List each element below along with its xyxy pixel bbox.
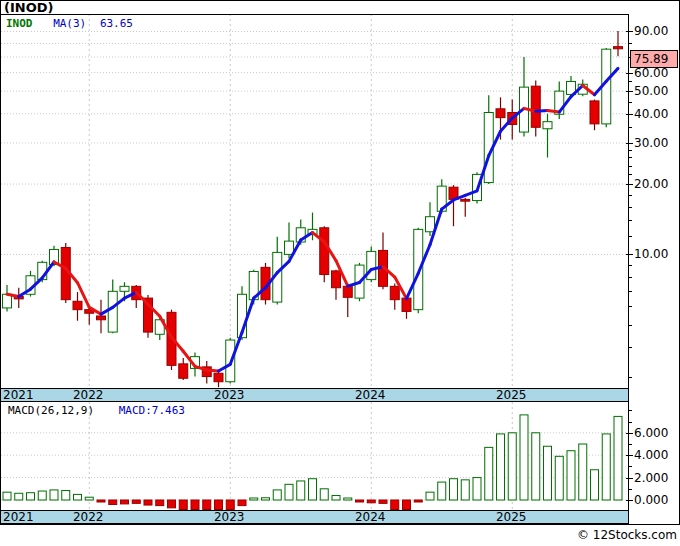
candle-body <box>496 109 505 118</box>
axis-minor-tick <box>628 81 632 82</box>
candle-body <box>97 316 106 320</box>
macd-panel <box>1 402 628 510</box>
macd-bar <box>309 479 317 500</box>
axis-minor-tick <box>628 174 632 175</box>
macd-bar <box>602 434 610 500</box>
year-label: 2024 <box>350 388 390 402</box>
axis-tick <box>626 31 633 32</box>
axis-minor-tick <box>628 265 632 266</box>
axis-tick <box>626 254 633 255</box>
copyright-label: © 12Stocks.com <box>577 528 677 542</box>
y-axis-label: 90.00 <box>634 24 668 38</box>
year-label: 2023 <box>209 510 249 524</box>
year-band-macd: 20212022202320242025 <box>0 510 629 524</box>
axis-minor-tick <box>628 207 632 208</box>
year-label: 2022 <box>68 510 108 524</box>
candle-body <box>367 251 376 279</box>
macd-bar <box>356 500 364 502</box>
macd-bar <box>262 498 270 500</box>
macd-bar <box>473 478 481 500</box>
macd-axis-label: 6.000 <box>634 426 668 440</box>
macd-bar <box>591 470 599 500</box>
macd-bar <box>109 500 117 504</box>
macd-value-label: MACD:7.463 <box>119 404 185 417</box>
y-axis-label: 10.00 <box>634 247 668 261</box>
macd-bar <box>367 500 375 503</box>
candle-body <box>531 86 540 127</box>
candle-body <box>590 101 599 124</box>
macd-bar <box>403 500 411 510</box>
candle-body <box>614 47 623 49</box>
axis-tick <box>626 478 633 479</box>
macd-bar <box>426 492 434 500</box>
axis-tick <box>626 73 633 74</box>
macd-bar <box>121 500 129 504</box>
chart-window: (INOD) INOD MA(3) 63.65 2021202220232024… <box>0 0 680 546</box>
year-band-main: 20212022202320242025 <box>0 388 629 402</box>
price-chart-panel <box>1 14 628 388</box>
macd-header: MACD(26,12,9) MACD:7.463 <box>8 404 185 417</box>
macd-bar <box>544 446 552 500</box>
macd-bar <box>297 481 305 500</box>
year-label: 2025 <box>491 388 531 402</box>
page-title: (INOD) <box>4 0 53 15</box>
price-chart-legend: INOD MA(3) 63.65 <box>6 17 133 30</box>
macd-bar <box>520 415 528 500</box>
y-axis-label: 50.00 <box>634 84 668 98</box>
macd-bar <box>203 500 211 510</box>
axis-minor-tick <box>628 220 632 221</box>
axis-minor-tick <box>628 410 632 411</box>
macd-bar <box>168 500 176 508</box>
axis-minor-tick <box>628 43 632 44</box>
macd-bar <box>379 500 387 503</box>
macd-bar <box>85 497 93 500</box>
axis-minor-tick <box>628 127 632 128</box>
macd-bar <box>285 484 293 500</box>
macd-bar <box>156 500 164 506</box>
y-axis-label: 30.00 <box>634 136 668 150</box>
macd-bar <box>250 498 258 500</box>
macd-axis-label: 2.000 <box>634 471 668 485</box>
year-label: 2025 <box>491 510 531 524</box>
candle-body <box>543 122 552 129</box>
macd-bar <box>273 490 281 500</box>
y-axis-label: 20.00 <box>634 177 668 191</box>
macd-bar <box>226 500 234 510</box>
macd-bar <box>191 500 199 510</box>
candle-body <box>426 217 435 232</box>
axis-minor-tick <box>628 195 632 196</box>
macd-bar <box>97 500 105 502</box>
candle-body <box>179 364 188 378</box>
year-label: 2024 <box>350 510 390 524</box>
axis-minor-tick <box>628 277 632 278</box>
macd-bar <box>391 500 399 510</box>
macd-bar <box>320 489 328 500</box>
macd-axis-label: 0.000 <box>634 493 668 507</box>
axis-minor-tick <box>628 166 632 167</box>
axis-minor-tick <box>628 377 632 378</box>
macd-bar <box>50 490 58 500</box>
candle-body <box>461 199 470 201</box>
axis-minor-tick <box>628 291 632 292</box>
macd-canvas <box>1 402 628 510</box>
macd-bar <box>15 493 23 500</box>
axis-minor-tick <box>628 489 632 490</box>
candle-body <box>108 291 117 332</box>
axis-tick <box>626 114 633 115</box>
axis-tick <box>626 500 633 501</box>
axis-minor-tick <box>628 347 632 348</box>
ma-indicator-value: 63.65 <box>100 17 133 30</box>
macd-bar <box>508 433 516 500</box>
candle-body <box>320 228 329 275</box>
macd-axis-label: 4.000 <box>634 448 668 462</box>
macd-bar <box>579 444 587 500</box>
year-label: 2023 <box>209 388 249 402</box>
axis-minor-tick <box>628 444 632 445</box>
macd-bar <box>614 416 622 500</box>
macd-bar <box>38 491 46 500</box>
candle-body <box>214 373 223 382</box>
symbol-label: INOD <box>6 17 33 30</box>
axis-tick <box>626 184 633 185</box>
axis-minor-tick <box>628 102 632 103</box>
axis-minor-tick <box>628 236 632 237</box>
